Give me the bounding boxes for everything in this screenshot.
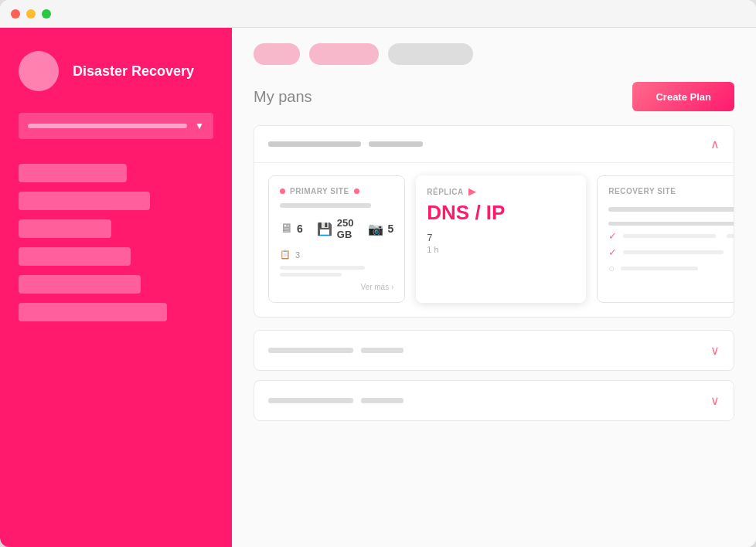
check-neutral-icon: ○ <box>608 263 615 274</box>
recovery-checks: ✓ ✓ ○ <box>608 230 734 274</box>
chevron-down-icon: ▼ <box>195 121 204 131</box>
collapsed-bar-2b <box>361 398 404 403</box>
chevron-down-icon-1: ∨ <box>710 343 720 358</box>
dropdown-bar <box>28 124 187 128</box>
recovery-bar-1 <box>608 222 734 226</box>
check-item-2: ✓ <box>608 246 734 258</box>
primary-stats: 🖥 6 💾 250 GB 📷 5 <box>280 217 393 240</box>
check-ok-icon-1: ✓ <box>608 230 617 242</box>
sidebar-item-1[interactable] <box>19 164 127 182</box>
plan-sites: PRIMARY SITE 🖥 6 💾 <box>268 175 720 303</box>
check-item-1: ✓ <box>608 230 734 242</box>
plan-body: PRIMARY SITE 🖥 6 💾 <box>254 162 734 317</box>
check-bar-5 <box>621 267 698 270</box>
replica-card: RÉPLICA ▶ DNS / IP 7 1 h <box>416 175 586 303</box>
primary-site-card: PRIMARY SITE 🖥 6 💾 <box>268 175 405 303</box>
collapsed-bar-1b <box>361 348 404 353</box>
check-bar-1 <box>623 234 716 238</box>
sidebar-item-3[interactable] <box>19 219 111 238</box>
recovery-progress-area: ⏸ <box>608 203 734 216</box>
plan-row-expanded: ∧ PRIMARY SITE <box>254 125 734 318</box>
recovery-progress-bar <box>608 207 734 212</box>
app-window: Disaster Recovery ▼ <box>0 0 756 547</box>
collapsed-bar-1a <box>268 348 353 353</box>
plan-bar-1 <box>268 141 361 147</box>
page-header: My pans Create Plan <box>254 82 734 111</box>
chevron-down-icon-2: ∨ <box>710 393 720 408</box>
main-content: My pans Create Plan ∧ <box>232 28 756 547</box>
sidebar-item-4[interactable] <box>19 247 131 266</box>
minimize-button[interactable] <box>26 9 36 19</box>
sidebar-item-2[interactable] <box>19 192 150 210</box>
sidebar-dropdown[interactable]: ▼ <box>19 113 213 139</box>
replica-dns-label: DNS / IP <box>427 202 575 224</box>
view-more-link[interactable]: Ver más › <box>280 283 393 291</box>
snapshot-stat: 📷 5 <box>368 222 394 236</box>
disk-icon: 💾 <box>317 222 332 236</box>
replica-stat: 7 <box>427 232 575 243</box>
sidebar-item-6[interactable] <box>19 303 167 321</box>
collapsed-bars-1 <box>268 348 710 353</box>
titlebar <box>0 0 756 28</box>
main-layout: Disaster Recovery ▼ <box>0 28 756 547</box>
close-button[interactable] <box>11 9 20 19</box>
recovery-site-title: RECOVERY SITE <box>608 187 734 195</box>
collapsed-bars-2 <box>268 398 710 403</box>
avatar <box>19 51 59 91</box>
task-bars <box>280 266 393 277</box>
primary-task: 📋 3 <box>280 250 393 260</box>
sidebar-header: Disaster Recovery <box>19 51 213 91</box>
check-ok-icon-2: ✓ <box>608 246 617 258</box>
plan-row-header[interactable]: ∧ <box>254 126 734 162</box>
task-icon: 📋 <box>280 250 291 260</box>
page-title: My pans <box>254 88 312 106</box>
chevron-up-icon: ∧ <box>710 137 720 151</box>
vm-stat: 🖥 6 <box>280 222 303 236</box>
play-icon: ▶ <box>468 186 476 197</box>
primary-info-bar <box>280 203 371 208</box>
replica-header: RÉPLICA ▶ <box>427 186 575 197</box>
primary-site-title: PRIMARY SITE <box>280 187 393 195</box>
check-bar-2 <box>727 234 734 238</box>
collapsed-row-1: ∨ <box>254 330 734 371</box>
create-plan-button[interactable]: Create Plan <box>632 82 734 111</box>
collapsed-header-2[interactable]: ∨ <box>254 381 734 420</box>
task-bar-2 <box>280 273 342 277</box>
check-bar-3 <box>623 250 724 254</box>
vm-icon: 🖥 <box>280 222 292 236</box>
recovery-site-card: RECOVERY SITE ⏸ ✓ <box>597 175 734 303</box>
primary-dot <box>280 189 285 194</box>
check-item-3: ○ <box>608 263 734 274</box>
plan-bar-2 <box>369 141 423 147</box>
tab-1[interactable] <box>254 43 300 65</box>
collapsed-header-1[interactable]: ∨ <box>254 331 734 370</box>
tab-2[interactable] <box>309 43 379 65</box>
sidebar-nav <box>19 164 213 321</box>
sidebar: Disaster Recovery ▼ <box>0 28 232 547</box>
collapsed-row-2: ∨ <box>254 380 734 421</box>
sidebar-item-5[interactable] <box>19 275 141 294</box>
maximize-button[interactable] <box>42 9 51 19</box>
task-bar-1 <box>280 266 365 270</box>
plan-row-bars <box>268 141 710 147</box>
sidebar-title: Disaster Recovery <box>73 63 194 80</box>
primary-dot-2 <box>354 189 359 194</box>
camera-icon: 📷 <box>368 222 383 236</box>
collapsed-bar-2a <box>268 398 353 403</box>
replica-time: 1 h <box>427 245 575 254</box>
tab-3[interactable] <box>388 43 473 65</box>
top-tabs <box>254 43 734 65</box>
storage-stat: 💾 250 GB <box>317 217 354 240</box>
